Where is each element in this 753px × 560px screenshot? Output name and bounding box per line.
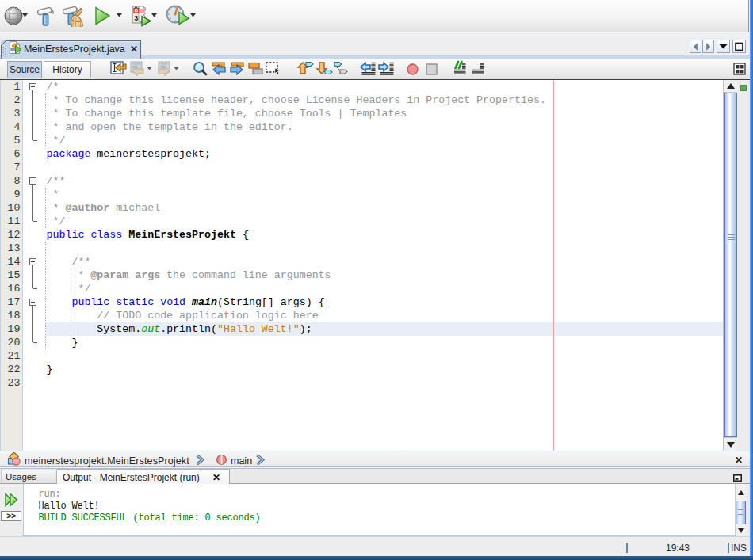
svg-text:3: 3 [134, 14, 138, 22]
